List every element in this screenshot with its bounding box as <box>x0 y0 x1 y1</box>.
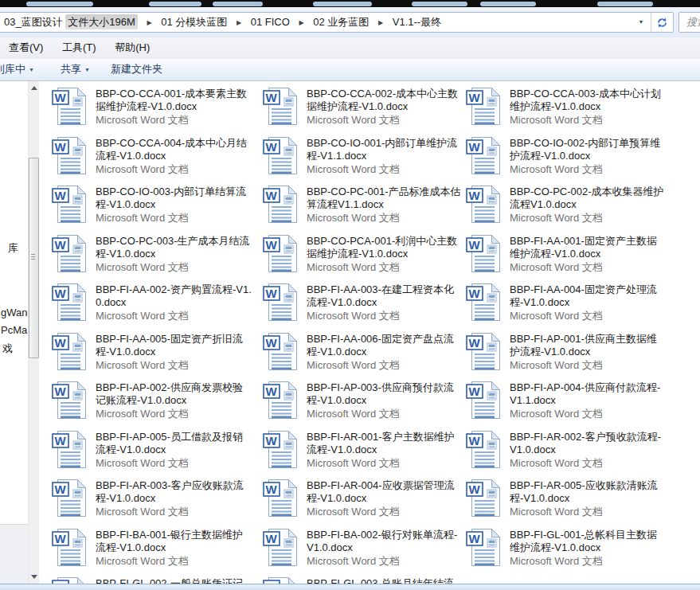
file-tile[interactable]: W BBP-FI-AA-002-资产购置流程-V1.0.docx Microso… <box>52 282 263 331</box>
nav-item-game[interactable]: 戏 <box>2 342 13 356</box>
scroll-up-button[interactable] <box>29 81 39 94</box>
file-tile[interactable]: W BBP-CO-IO-002-内部订单预算维护流程-V1.0.docx Mic… <box>466 135 700 185</box>
file-type-label: Microsoft Word 文档 <box>510 310 666 322</box>
file-tile-text: BBP-FI-AP-002-供应商发票校验记账流程-V1.0.docx Micr… <box>96 380 252 420</box>
svg-text:W: W <box>55 532 67 545</box>
file-tile[interactable]: W BBP-FI-AR-005-应收账款清账流程-V1.0.docx Micro… <box>466 478 700 527</box>
nav-item-library[interactable]: 库 <box>8 241 18 256</box>
file-tile[interactable]: W BBP-FI-BA-001-银行主数据维护流程-V1.0.docx Micr… <box>52 527 263 576</box>
file-tile[interactable]: W BBP-CO-IO-003-内部订单结算流程-V1.0.docx Micro… <box>52 184 263 233</box>
file-tile[interactable]: W BBP-FI-AP-003-供应商预付款流程-V1.0.docx Micro… <box>263 380 466 429</box>
pane-divider <box>0 524 28 584</box>
file-tile-text: BBP-CO-CCA-001-成本要素主数据维护流程-V1.0.docx Mic… <box>96 86 252 127</box>
breadcrumb-segment[interactable]: V1.1--最终 <box>393 16 441 28</box>
file-type-label: Microsoft Word 文档 <box>307 506 463 518</box>
share-button[interactable]: 共享▼ <box>61 59 90 80</box>
breadcrumb-segment[interactable]: 02 业务蓝图 <box>313 16 369 28</box>
scroll-down-button[interactable] <box>29 570 39 583</box>
file-tile[interactable]: W BBP-FI-AR-004-应收票据管理流程-V1.0.docx Micro… <box>263 478 466 527</box>
file-tile[interactable]: W BBP-FI-AR-002-客户预收款流程-V1.0.docx Micros… <box>466 429 700 479</box>
menu-help[interactable]: 帮助(H) <box>108 37 157 58</box>
breadcrumb-root-highlight[interactable]: 文件大小196M <box>65 14 138 29</box>
vertical-scrollbar[interactable] <box>28 81 39 584</box>
file-tile-text: BBP-CO-CCA-002-成本中心主数据维护流程-V1.0.docx Mic… <box>307 86 463 127</box>
file-list-area: W BBP-CO-CCA-001-成本要素主数据维护流程-V1.0.docx M… <box>39 81 700 584</box>
file-name: BBP-CO-PCA-001-利润中心主数据维护流程-V1.0.docx <box>307 235 463 260</box>
menu-bar: 查看(V) 工具(T) 帮助(H) <box>0 37 700 59</box>
menu-view[interactable]: 查看(V) <box>2 37 50 58</box>
include-in-library-button[interactable]: 包含到库中▼ <box>0 59 34 80</box>
file-name: BBP-FI-AR-004-应收票据管理流程-V1.0.docx <box>307 479 463 505</box>
nav-item-pcma[interactable]: PcMa <box>1 324 27 336</box>
file-tile[interactable]: W BBP-FI-BA-002-银行对账单流程-V1.0.docx Micros… <box>263 527 466 576</box>
file-tile[interactable]: W BBP-CO-PC-003-生产成本月结流程-V1.0.docx Micro… <box>52 233 263 283</box>
file-tile[interactable]: W BBP-CO-PC-002-成本收集器维护流程V1.0.docx Micro… <box>466 184 700 233</box>
word-doc-icon: W <box>52 430 88 470</box>
nav-item-gwang[interactable]: gWang <box>1 307 28 318</box>
breadcrumb-segment[interactable]: 01 分模块蓝图 <box>161 16 227 28</box>
menu-tools[interactable]: 工具(T) <box>55 37 104 58</box>
file-name: BBP-FI-AR-002-客户预收款流程-V1.0.docx <box>510 431 666 456</box>
word-doc-icon: W <box>466 136 503 176</box>
file-tile[interactable]: W BBP-CO-IO-001-内部订单维护流程-V1.1.docx Micro… <box>263 135 466 185</box>
file-tile[interactable]: W BBP-CO-CCA-004-成本中心月结流程-V1.0.docx Micr… <box>52 135 263 185</box>
word-doc-icon: W <box>263 87 299 127</box>
file-type-label: Microsoft Word 文档 <box>96 310 252 322</box>
file-tile[interactable]: W BBP-CO-CCA-002-成本中心主数据维护流程-V1.0.docx M… <box>263 86 466 135</box>
word-doc-icon: W <box>263 479 299 518</box>
breadcrumb-root[interactable]: 03_蓝图设计 文件大小196M <box>4 14 138 29</box>
file-type-label: Microsoft Word 文档 <box>96 114 252 127</box>
file-tile[interactable]: W BBP-CO-CCA-001-成本要素主数据维护流程-V1.0.docx M… <box>52 86 263 135</box>
svg-text:W: W <box>469 91 481 104</box>
word-doc-icon: W <box>263 528 299 568</box>
file-tile-text: BBP-CO-CCA-003-成本中心计划维护流程-V1.0.docx Micr… <box>510 86 666 127</box>
svg-text:W: W <box>469 189 481 202</box>
word-doc-icon: W <box>466 381 503 420</box>
top-bar-fragment <box>597 2 653 6</box>
file-tile[interactable]: W BBP-CO-PCA-001-利润中心主数据维护流程-V1.0.docx M… <box>263 233 466 283</box>
address-bar[interactable]: 03_蓝图设计 文件大小196M ▶ 01 分模块蓝图 ▶ 01 FICO ▶ … <box>0 12 674 33</box>
refresh-button[interactable] <box>651 13 673 32</box>
file-tile[interactable]: W BBP-FI-AR-003-客户应收账款流程-V1.0.docx Micro… <box>52 478 263 527</box>
file-tile[interactable]: W BBP-FI-AA-003-在建工程资本化流程-V1.0.docx Micr… <box>263 282 466 331</box>
file-tile[interactable]: W BBP-FI-AA-006-固定资产盘点流程-V1.0.docx Micro… <box>263 331 466 381</box>
file-tile[interactable]: W BBP-FI-AP-001-供应商主数据维护流程-V1.0.docx Mic… <box>466 331 700 381</box>
scrollbar-thumb[interactable] <box>29 158 39 358</box>
address-history-dropdown[interactable]: ▼ <box>633 13 649 32</box>
word-doc-icon: W <box>263 234 299 274</box>
file-tile[interactable]: W BBP-FI-AP-004-供应商付款流程-V1.1.docx Micros… <box>466 380 700 429</box>
file-name: BBP-FI-AP-002-供应商发票校验记账流程-V1.0.docx <box>96 381 252 407</box>
file-type-label: Microsoft Word 文档 <box>510 212 666 225</box>
file-tile-text: BBP-FI-AA-002-资产购置流程-V1.0.docx Microsoft… <box>96 282 252 322</box>
word-doc-icon: W <box>52 528 88 568</box>
file-tile[interactable]: W BBP-CO-CCA-003-成本中心计划维护流程-V1.0.docx Mi… <box>466 86 700 135</box>
file-tile-text: BBP-FI-BA-002-银行对账单流程-V1.0.docx Microsof… <box>307 527 463 568</box>
word-doc-icon: W <box>466 430 503 470</box>
chevron-down-icon: ▼ <box>639 19 644 25</box>
svg-text:W: W <box>55 336 67 350</box>
new-folder-button[interactable]: 新建文件夹 <box>111 59 162 80</box>
svg-text:W: W <box>55 140 67 154</box>
file-tile-text: BBP-CO-IO-002-内部订单预算维护流程-V1.0.docx Micro… <box>510 135 666 176</box>
file-tile[interactable]: W BBP-FI-AP-005-员工借款及报销流程-V1.0.docx Micr… <box>52 429 263 479</box>
file-name: BBP-CO-PC-002-成本收集器维护流程V1.0.docx <box>510 186 666 211</box>
search-input[interactable]: 搜索 <box>678 12 700 33</box>
file-tile-text: BBP-FI-AR-003-客户应收账款流程-V1.0.docx Microso… <box>96 478 252 518</box>
chevron-down-icon: ▼ <box>29 67 34 72</box>
file-tile[interactable]: W BBP-CO-PC-001-产品标准成本估算流程V1.1.docx Micr… <box>263 184 466 233</box>
file-tile[interactable]: W BBP-FI-AA-004-固定资产处理流程-V1.0.docx Micro… <box>466 282 700 331</box>
file-tile[interactable]: W BBP-FI-AA-005-固定资产折旧流程-V1.0.docx Micro… <box>52 331 263 381</box>
file-tile[interactable]: W BBP-FI-AA-001-固定资产主数据维护流程-V1.0.docx Mi… <box>466 233 700 283</box>
breadcrumb-separator-icon: ▶ <box>237 19 241 26</box>
file-type-label: Microsoft Word 文档 <box>96 212 252 225</box>
svg-text:W: W <box>266 532 278 545</box>
top-bar-fragment <box>412 2 467 6</box>
breadcrumb-segment[interactable]: 01 FICO <box>251 16 290 28</box>
file-tile[interactable]: W BBP-FI-GL-001-总帐科目主数据维护流程-V1.0.docx Mi… <box>466 527 700 576</box>
file-tile[interactable]: W BBP-FI-AR-001-客户主数据维护流程-V1.0.docx Micr… <box>263 429 466 479</box>
search-placeholder: 搜索 <box>686 16 700 28</box>
command-toolbar: 包含到库中▼ 共享▼ 新建文件夹 <box>0 59 700 81</box>
file-tile[interactable]: W BBP-FI-AP-002-供应商发票校验记账流程-V1.0.docx Mi… <box>52 380 263 429</box>
breadcrumb-separator-icon: ▶ <box>378 19 383 26</box>
file-name: BBP-FI-BA-001-银行主数据维护流程-V1.0.docx <box>96 529 252 554</box>
